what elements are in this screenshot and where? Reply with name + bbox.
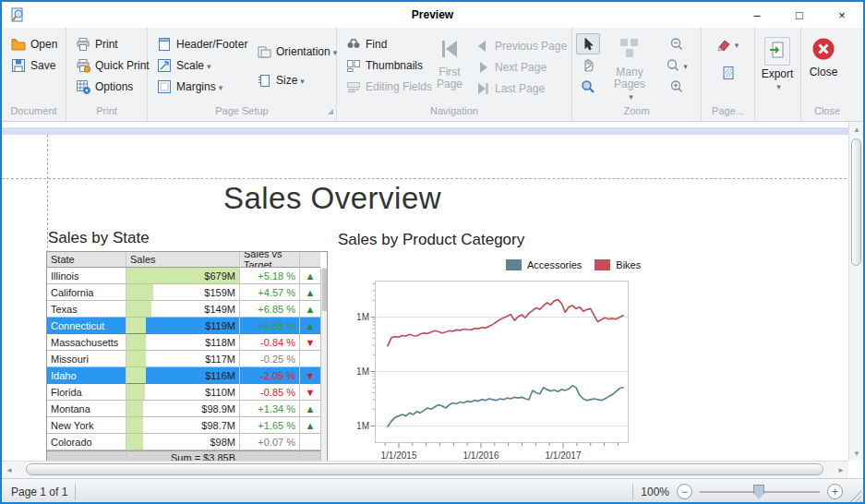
printer-icon: [76, 37, 90, 52]
zoom-out-button[interactable]: −: [677, 484, 692, 499]
legend-item-bikes: Bikes: [595, 259, 641, 270]
size-icon: [257, 73, 271, 88]
table-row: Connecticut$119M+6.85 %▲: [47, 318, 327, 334]
zoom-slider-thumb[interactable]: [753, 485, 764, 499]
thumbnails-button[interactable]: Thumbnails: [341, 54, 437, 76]
open-folder-icon: [11, 37, 26, 52]
svg-text:0.01M: 0.01M: [357, 421, 369, 431]
zoom-in-button[interactable]: +: [827, 484, 843, 499]
scale-button[interactable]: Scale: [151, 54, 251, 76]
horizontal-scrollbar[interactable]: ◄ ►: [2, 461, 848, 478]
scroll-left-icon[interactable]: ◄: [2, 462, 17, 477]
group-caption: Print: [66, 105, 147, 116]
group-caption: Page...: [702, 105, 754, 116]
table-row: Colorado$98M+0.07 %: [47, 434, 327, 450]
dropdown-icon: [732, 38, 739, 51]
quick-print-icon: [76, 58, 90, 73]
scale-icon: [157, 58, 172, 73]
table-row: New York$98.7M+1.65 %▲: [47, 417, 327, 434]
horizontal-scrollbar-thumb[interactable]: [26, 463, 823, 475]
options-button[interactable]: Options: [70, 76, 147, 97]
vertical-scrollbar-thumb[interactable]: [851, 138, 861, 266]
last-page-button[interactable]: Last Page: [470, 78, 572, 99]
column-header: State: [47, 252, 126, 268]
zoom-level-button[interactable]: [665, 54, 689, 76]
zoom-slider[interactable]: [700, 484, 820, 500]
quick-print-button[interactable]: Quick Print: [70, 54, 147, 76]
group-caption: Navigation: [337, 105, 571, 116]
zoom-in-button[interactable]: [665, 76, 689, 97]
table-row: Texas$149M+6.85 %▲: [47, 301, 327, 318]
zoom-out-button[interactable]: [665, 33, 689, 54]
scroll-up-icon[interactable]: ▲: [849, 122, 863, 137]
export-button[interactable]: Export: [755, 33, 799, 102]
resize-grip-icon[interactable]: [848, 489, 861, 502]
first-page-button[interactable]: First Page: [437, 33, 463, 102]
chart-heading: Sales by Product Category: [338, 231, 524, 249]
orientation-icon: [257, 44, 271, 59]
column-header: Sales vs Target: [240, 252, 300, 268]
svg-text:1M: 1M: [357, 312, 369, 322]
bikes-swatch-icon: [595, 259, 610, 270]
magnifier-tool-button[interactable]: [576, 76, 600, 97]
close-window-button[interactable]: ×: [821, 2, 863, 28]
accessories-swatch-icon: [506, 259, 522, 270]
margins-button[interactable]: Margins: [151, 76, 251, 97]
previous-page-icon: [475, 39, 490, 54]
margins-icon: [157, 79, 172, 94]
zoom-out-icon: [669, 37, 684, 52]
magnifier-blue-icon: [581, 79, 595, 94]
table-header-row: State Sales Sales vs Target: [47, 252, 327, 268]
print-button[interactable]: Print: [70, 33, 147, 54]
group-caption: Document: [2, 105, 66, 116]
table-scrollbar[interactable]: [320, 268, 327, 465]
scroll-right-icon[interactable]: ►: [834, 462, 848, 477]
ribbon-toolbar: Open Save Document Print Quick Print: [2, 28, 863, 122]
orientation-button[interactable]: Orientation: [251, 41, 342, 62]
highlighter-icon: [717, 37, 732, 52]
ribbon-group-print: Print Quick Print Options Print: [66, 28, 148, 121]
last-page-icon: [475, 81, 490, 96]
previous-page-button[interactable]: Previous Page: [470, 35, 572, 56]
watermark-icon: [721, 66, 736, 80]
save-button[interactable]: Save: [6, 54, 66, 76]
many-pages-button[interactable]: Many Pages: [600, 33, 659, 102]
svg-text:1/1/2015: 1/1/2015: [381, 450, 417, 461]
column-header: [300, 252, 320, 268]
thumbnails-icon: [346, 58, 361, 73]
watermark-button[interactable]: [716, 62, 740, 83]
close-red-icon: [811, 37, 835, 64]
table-scrollbar-thumb[interactable]: [322, 269, 327, 311]
header-footer-button[interactable]: Header/Footer: [151, 33, 251, 54]
dropdown-icon: [774, 80, 781, 93]
table-row: Missouri$117M-0.25 %: [47, 351, 327, 367]
next-page-button[interactable]: Next Page: [470, 56, 572, 78]
pointer-tool-button[interactable]: [576, 33, 600, 54]
title-bar: Preview – □ ×: [2, 2, 863, 28]
size-button[interactable]: Size: [251, 69, 342, 90]
group-caption: Zoom: [572, 105, 701, 116]
pointer-cursor-icon: [581, 37, 595, 52]
many-pages-icon: [618, 37, 642, 64]
sales-by-state-table: State Sales Sales vs Target Illinois$679…: [46, 251, 328, 466]
group-caption: Close: [801, 105, 853, 116]
open-button[interactable]: Open: [6, 33, 66, 54]
table-row: Illinois$679M+5.18 %▲: [47, 268, 327, 284]
minimize-button[interactable]: –: [736, 2, 778, 28]
zoom-icon: [666, 58, 680, 73]
page-color-button[interactable]: [710, 33, 747, 54]
ribbon-group-page-color: Page...: [702, 28, 755, 121]
maximize-button[interactable]: □: [778, 2, 821, 28]
dialog-launcher-icon[interactable]: [328, 109, 333, 114]
vertical-scrollbar[interactable]: ▲ ▼: [848, 122, 863, 461]
hand-tool-button[interactable]: [576, 54, 600, 76]
dropdown-icon: [626, 90, 633, 103]
scroll-down-icon[interactable]: ▼: [849, 446, 863, 461]
zoom-level-label: 100%: [641, 486, 669, 498]
chart-legend: Accessories Bikes: [506, 259, 641, 270]
find-button[interactable]: Find: [341, 33, 437, 54]
editing-fields-button[interactable]: Editing Fields: [341, 76, 437, 97]
close-preview-button[interactable]: Close: [801, 33, 846, 102]
report-title: Sales Overview: [46, 181, 619, 216]
legend-item-accessories: Accessories: [506, 259, 582, 270]
